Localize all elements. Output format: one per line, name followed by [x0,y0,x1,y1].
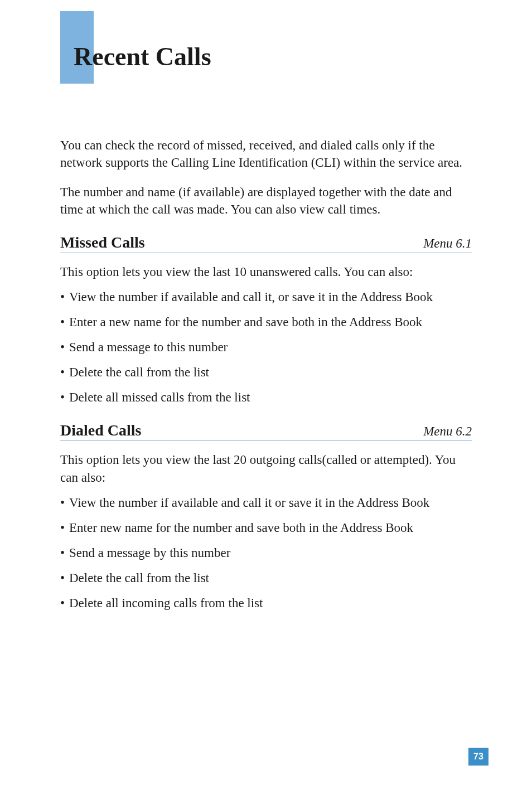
intro-paragraph-1: You can check the record of missed, rece… [60,137,472,171]
section-header-missed-calls: Missed Calls Menu 6.1 [60,234,472,253]
page-title: Recent Calls [74,42,211,71]
list-item: View the number if available and call it… [60,288,472,306]
bullet-list-dialed: View the number if available and call it… [60,494,472,612]
list-item: Enter new name for the number and save b… [60,519,472,536]
list-item: Send a message to this number [60,338,472,356]
bullet-list-missed: View the number if available and call it… [60,288,472,406]
page-content: You can check the record of missed, rece… [60,137,472,619]
list-item: Delete the call from the list [60,569,472,587]
section-intro: This option lets you view the last 20 ou… [60,451,472,486]
section-title: Missed Calls [60,234,145,251]
list-item: View the number if available and call it… [60,494,472,511]
menu-reference: Menu 6.1 [423,236,472,251]
page-number: 73 [473,752,483,762]
list-item: Send a message by this number [60,544,472,561]
intro-paragraph-2: The number and name (if available) are d… [60,183,472,218]
list-item: Delete the call from the list [60,364,472,381]
section-title: Dialed Calls [60,422,141,439]
list-item: Delete all incoming calls from the list [60,594,472,612]
section-intro: This option lets you view the last 10 un… [60,263,472,280]
page-number-box: 73 [468,748,489,766]
list-item: Enter a new name for the number and save… [60,313,472,331]
list-item: Delete all missed calls from the list [60,389,472,406]
section-header-dialed-calls: Dialed Calls Menu 6.2 [60,422,472,441]
menu-reference: Menu 6.2 [423,424,472,439]
